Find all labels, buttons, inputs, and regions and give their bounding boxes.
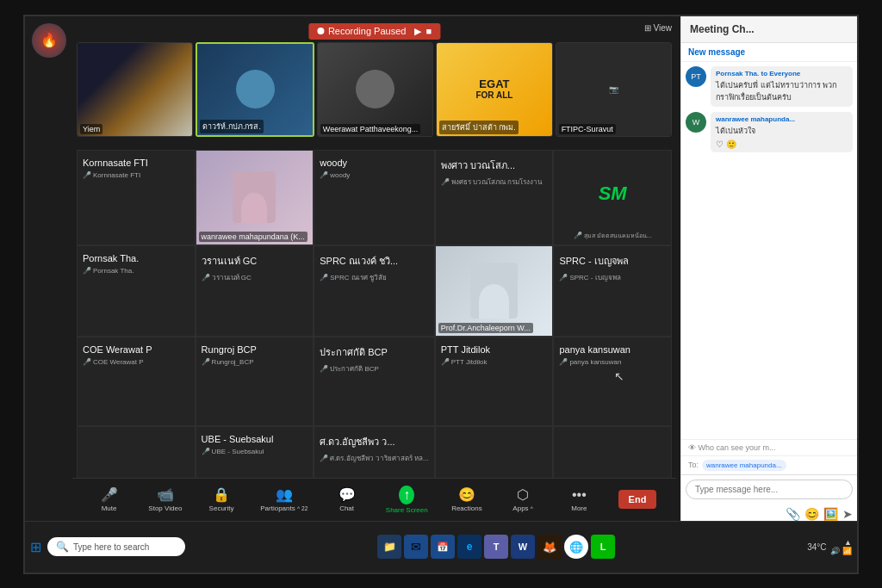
participant-prof[interactable]: Prof.Dr.Anchaleeporn W... — [435, 245, 554, 337]
chat-header: Meeting Ch... — [681, 16, 857, 43]
view-button[interactable]: ⊞ View — [644, 23, 673, 33]
windows-logo[interactable]: ⊞ — [30, 539, 41, 555]
participant-ptt[interactable]: PTT Jitdilok 🎤 PTT Jitdilok — [435, 337, 554, 426]
more-icon: ••• — [572, 487, 587, 503]
recording-banner[interactable]: Recording Paused ▶ ■ — [308, 23, 440, 40]
chat-attach-icon[interactable]: 📎 — [786, 507, 800, 521]
participant-name: Kornnasate FTI — [83, 158, 189, 168]
participant-sub-sprc2: 🎤 SPRC - เบญจพล — [559, 272, 666, 283]
participant-pongsaw[interactable]: พงศาว บวณโสภ... 🎤 พงศธร บวณโสภณ กรมโรงงา… — [435, 150, 554, 245]
chat-input[interactable] — [686, 480, 853, 499]
who-see-icon: 👁 — [688, 443, 696, 452]
chat-send-icon[interactable]: ➤ — [842, 507, 853, 521]
stop-video-label: Stop Video — [148, 504, 182, 512]
play-icon[interactable]: ▶ — [414, 26, 421, 37]
thumb-egat[interactable]: EGAT FOR ALL สายรัศมิ์ ปาสต้า กพม. — [436, 42, 552, 137]
participant-wanrawee[interactable]: wanrawee mahapundana (K... — [196, 150, 314, 245]
participant-name-panya: panya kansuwan — [559, 344, 666, 355]
mute-label: Mute — [102, 504, 117, 512]
chrome-icon: 🌐 — [569, 541, 583, 554]
chat-icons-row: 📎 😊 🖼️ ➤ — [681, 504, 857, 521]
windows-taskbar: ⊞ 🔍 Type here to search 📁 ✉ 📅 e — [25, 521, 857, 573]
toolbar-mute[interactable]: 🎤 Mute — [92, 486, 127, 512]
chat-label: Chat — [339, 504, 354, 512]
taskbar-edge[interactable]: e — [457, 535, 481, 559]
stop-icon[interactable]: ■ — [425, 26, 432, 36]
chat-messages: PT Pornsak Tha. to Everyone ได้เปนครับพี… — [681, 62, 857, 439]
taskbar-firefox[interactable]: 🦊 — [537, 535, 562, 559]
chat-avatar-2: W — [686, 112, 706, 133]
participant-sub-woody: 🎤 woody — [320, 171, 429, 179]
sm-logo: SM — [590, 174, 636, 214]
participant-name-pornsak: Pornsak Tha. — [83, 253, 189, 263]
more-label: More — [571, 504, 587, 512]
chat-image-icon[interactable]: 🖼️ — [823, 507, 838, 521]
thumb-wee[interactable]: Weerawat Patthaveekong... — [317, 42, 433, 137]
thumb-label-egat: สายรัศมิ์ ปาสต้า กพม. — [439, 121, 519, 134]
search-placeholder: Type here to search — [73, 542, 149, 552]
participant-panya[interactable]: panya kansuwan 🎤 panya kansuwan — [553, 337, 672, 426]
taskbar-chrome[interactable]: 🌐 — [564, 535, 588, 559]
taskbar-word[interactable]: W — [511, 535, 535, 559]
chat-input-area — [681, 474, 857, 504]
screen: 🔥 Recording Paused ▶ ■ ⊞ View Yiem — [23, 15, 859, 574]
apps-label: Apps ^ — [512, 504, 533, 512]
chat-message-1: PT Pornsak Tha. to Everyone ได้เปนครับพี… — [686, 66, 853, 107]
grid-icon: ⊞ — [644, 23, 651, 33]
thumb-yiem[interactable]: Yiem — [77, 42, 193, 137]
participant-sprc1[interactable]: SPRC ณเวงค์ ชวิ... 🎤 SPRC ณเรศ ชูวิสัย — [314, 245, 435, 337]
participant-kornnasate[interactable]: Kornnasate FTI 🎤 Kornnasate FTI — [77, 150, 196, 245]
end-button[interactable]: End — [618, 490, 657, 509]
taskbar-line[interactable]: L — [591, 535, 615, 559]
thumb-kp[interactable]: ดาวรัห์.กปภ.กรส. — [196, 42, 314, 137]
taskbar-search[interactable]: 🔍 Type here to search — [47, 537, 185, 556]
chat-bubble-1: Pornsak Tha. to Everyone ได้เปนครับพี่ แ… — [711, 66, 853, 107]
participant-pornsak[interactable]: Pornsak Tha. 🎤 Pornsak Tha. — [77, 245, 196, 337]
toolbar-chat[interactable]: 💬 Chat — [330, 486, 364, 512]
chat-emoji-icon[interactable]: 😊 — [804, 507, 819, 521]
participant-sprc2[interactable]: SPRC - เบญจพล 🎤 SPRC - เบญจพล — [553, 245, 672, 337]
chat-message-2: W wanrawee mahapunda... ได้เปนหัวใจ ♡ 🙂 — [686, 112, 853, 152]
taskbar-explorer[interactable]: 📁 — [377, 535, 401, 559]
toolbar-stop-video[interactable]: 📹 Stop Video — [148, 486, 183, 512]
chat-bubble-2: wanrawee mahapunda... ได้เปนหัวใจ ♡ 🙂 — [711, 112, 853, 152]
taskbar-mail[interactable]: ✉ — [404, 535, 428, 559]
participant-waranet[interactable]: วรานเนท์ GC 🎤 วรานเนท์ GC — [196, 245, 314, 337]
participant-woody[interactable]: woody 🎤 woody — [314, 150, 435, 245]
word-icon: W — [519, 542, 527, 552]
edge-icon: e — [467, 541, 473, 553]
toolbar-security[interactable]: 🔒 Security — [204, 486, 239, 512]
mail-icon: ✉ — [411, 540, 421, 554]
chat-panel: Meeting Ch... New message PT Pornsak Tha… — [680, 16, 857, 521]
toolbar-apps[interactable]: ⬡ Apps ^ — [506, 486, 540, 512]
stop-video-icon: 📹 — [157, 486, 174, 503]
participant-sub-pongsaw: 🎤 พงศธร บวณโสภณ กรมโรงงาน — [441, 176, 548, 188]
chat-sender-1: Pornsak Tha. to Everyone — [716, 70, 848, 77]
thumb-ftipc[interactable]: 📷 FTIPC-Suravut — [556, 42, 672, 137]
recording-dot — [317, 28, 324, 34]
participant-prakard[interactable]: ประกาศกัดิ BCP 🎤 ประกาศกัดิ BCP — [314, 337, 435, 426]
firefox-icon: 🦊 — [543, 541, 556, 554]
taskbar-clock: ▲🔊 📶 — [830, 538, 852, 555]
participant-coe[interactable]: COE Werawat P 🎤 COE Werawat P — [77, 337, 196, 426]
participant-name-pongsaw: พงศาว บวณโสภ... — [441, 158, 548, 173]
participant-sm[interactable]: SM 🎤 สุมส มัตตสนนคมหน้อน... — [553, 150, 672, 245]
participant-sub-sprc1: 🎤 SPRC ณเรศ ชูวิสัย — [320, 272, 429, 283]
participant-name-sprc2: SPRC - เบญจพล — [559, 253, 666, 269]
recording-label: Recording Paused — [328, 26, 407, 36]
chat-to-value[interactable]: wanrawee mahapunda... — [702, 460, 786, 471]
participants-label: Partiopants ^ 22 — [260, 504, 307, 512]
participant-rungroj[interactable]: Rungroj BCP 🎤 Rungroj_BCP — [196, 337, 314, 426]
participant-name-coe: COE Werawat P — [83, 344, 189, 355]
participant-name-woody: woody — [320, 158, 429, 168]
toolbar-participants[interactable]: 👥 Partiopants ^ 22 — [260, 486, 307, 512]
participant-name-ptt: PTT Jitdilok — [441, 344, 548, 355]
toolbar-reactions[interactable]: 😊 Reactions — [450, 486, 484, 512]
toolbar-share-screen[interactable]: ↑ Share Screen — [386, 486, 428, 514]
chat-who-see: 👁 Who can see your m... — [681, 439, 857, 455]
participant-sub-ptt: 🎤 PTT Jitdilok — [441, 358, 548, 366]
taskbar-calendar[interactable]: 📅 — [431, 535, 455, 559]
toolbar-more[interactable]: ••• More — [562, 487, 596, 512]
taskbar-teams[interactable]: T — [484, 535, 508, 559]
line-icon: L — [600, 542, 606, 552]
